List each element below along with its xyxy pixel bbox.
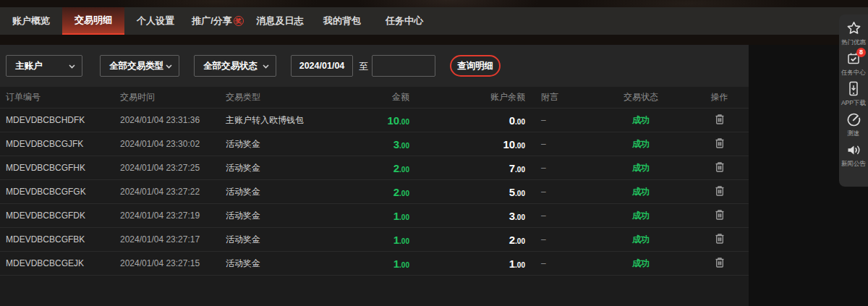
cell-actions (690, 232, 749, 247)
cell-actions (690, 137, 749, 151)
transaction-status-select[interactable]: 全部交易状态 (194, 55, 276, 77)
date-from-input[interactable]: 2024/01/04 (291, 55, 353, 77)
cell-transaction-status: 成功 (592, 258, 690, 270)
cell-transaction-time: 2024/01/04 23:30:02 (120, 139, 226, 149)
column-header: 操作 (690, 91, 749, 103)
balance-value: 10.00 (503, 140, 525, 150)
cell-transaction-time: 2024/01/04 23:27:19 (120, 211, 226, 221)
cell-transaction-type: 活动奖金 (226, 138, 344, 150)
tab-我的背包[interactable]: 我的背包 (311, 7, 373, 35)
chevron-down-icon (263, 64, 269, 69)
amount-value: 2.00 (393, 164, 409, 174)
amount-value: 1.00 (393, 260, 409, 270)
money-integer: 1 (393, 258, 399, 270)
money-integer: 2 (393, 162, 399, 174)
balance-value: 5.00 (509, 188, 525, 198)
money-integer: 3 (509, 210, 515, 222)
tab-推广/分享[interactable]: 推广/分享奖 (187, 7, 249, 35)
status-success-label: 成功 (632, 187, 650, 197)
trash-icon[interactable] (714, 208, 726, 221)
cell-order-number: MDEVDBCBCGFDK (0, 211, 120, 221)
cell-actions (690, 184, 749, 199)
trash-icon[interactable] (714, 137, 726, 149)
cell-transaction-type: 活动奖金 (226, 186, 344, 198)
table-row: MDEVDBCBCGFBK2024/01/04 23:27:17活动奖金1.00… (0, 228, 749, 252)
tab-label: 交易明细 (75, 14, 112, 27)
amount-value: 3.00 (393, 140, 409, 150)
cell-order-number: MDEVDBCBCHDFK (0, 115, 120, 125)
app-download-icon (846, 81, 861, 97)
tab-label: 个人设置 (137, 14, 174, 27)
cell-transaction-time: 2024/01/04 23:31:36 (120, 115, 226, 125)
amount-value: 10.00 (387, 116, 409, 127)
money-decimal: .00 (399, 166, 409, 174)
table-row: MDEVDBCBCGJFK2024/01/04 23:30:02活动奖金3.00… (0, 132, 749, 156)
table-row: MDEVDBCBCHDFK2024/01/04 23:31:36主账户转入欧博钱… (0, 109, 749, 132)
tab-账户概览[interactable]: 账户概览 (0, 7, 62, 35)
money-decimal: .00 (515, 166, 525, 174)
cell-account-balance: 7.00 (422, 162, 531, 174)
money-decimal: .00 (515, 261, 525, 269)
tab-交易明细[interactable]: 交易明细 (62, 7, 124, 35)
tab-任务中心[interactable]: 任务中心 (373, 7, 435, 35)
promo-reward-badge: 奖 (234, 16, 244, 26)
account-select[interactable]: 主账户 (6, 55, 82, 77)
money-integer: 5 (509, 186, 515, 198)
sidebar-item-热门优惠[interactable]: 热门优惠 (839, 20, 868, 47)
table-body: MDEVDBCBCHDFK2024/01/04 23:31:36主账户转入欧博钱… (0, 109, 749, 276)
cell-amount: 3.00 (344, 138, 422, 150)
money-integer: 7 (509, 162, 515, 174)
cell-memo: – (531, 234, 592, 245)
chevron-down-icon (166, 64, 172, 69)
account-select-value: 主账户 (15, 60, 43, 72)
balance-value: 7.00 (509, 164, 525, 174)
cell-account-balance: 0.00 (422, 114, 531, 127)
trash-icon[interactable] (714, 256, 726, 268)
tab-label: 推广/分享 (192, 14, 232, 27)
money-integer: 1 (509, 258, 515, 270)
balance-value: 0.00 (509, 116, 525, 127)
cell-transaction-type: 主账户转入欧博钱包 (226, 114, 344, 127)
tab-个人设置[interactable]: 个人设置 (124, 7, 187, 35)
cell-memo: – (531, 115, 592, 125)
date-range-to-label: 至 (359, 60, 368, 73)
cell-transaction-type: 活动奖金 (226, 258, 344, 270)
sidebar-item-APP下载[interactable]: APP下载 (839, 81, 868, 108)
sidebar-item-任务中心[interactable]: 8任务中心 (839, 51, 868, 77)
table-row: MDEVDBCBCGFHK2024/01/04 23:27:25活动奖金2.00… (0, 156, 749, 180)
balance-value: 1.00 (509, 260, 525, 270)
trash-icon[interactable] (714, 161, 726, 173)
money-decimal: .00 (399, 118, 409, 126)
cell-transaction-status: 成功 (592, 138, 690, 150)
transactions-table: 订单编号交易时间交易类型金额账户余额附言交易状态操作 MDEVDBCBCHDFK… (0, 87, 749, 306)
sidebar-item-测速[interactable]: 测速 (839, 111, 868, 138)
trash-icon[interactable] (714, 232, 726, 245)
tab-消息及日志[interactable]: 消息及日志 (249, 7, 311, 35)
cell-transaction-status: 成功 (592, 186, 690, 198)
sidebar-item-新闻公告[interactable]: 新闻公告 (839, 142, 868, 169)
date-to-input[interactable] (372, 55, 435, 77)
sidebar-item-label: 新闻公告 (841, 159, 866, 168)
quick-links-sidebar: 热门优惠8任务中心APP下载测速新闻公告 (839, 14, 868, 187)
trash-icon[interactable] (714, 184, 726, 197)
column-header: 交易时间 (120, 91, 226, 103)
trash-icon[interactable] (714, 113, 726, 125)
money-integer: 10 (503, 138, 515, 150)
cell-transaction-time: 2024/01/04 23:27:22 (120, 187, 226, 197)
cell-memo: – (531, 187, 592, 197)
cell-memo: – (531, 258, 592, 268)
money-integer: 10 (387, 114, 399, 127)
cell-order-number: MDEVDBCBCGFBK (0, 234, 120, 245)
table-header-row: 订单编号交易时间交易类型金额账户余额附言交易状态操作 (0, 87, 749, 109)
sidebar-item-label: 热门优惠 (841, 38, 866, 46)
date-from-value: 2024/01/04 (299, 61, 345, 71)
balance-value: 3.00 (509, 212, 525, 222)
notification-count-badge: 8 (856, 48, 866, 57)
cell-transaction-status: 成功 (592, 234, 690, 246)
cell-order-number: MDEVDBCBCGEJK (0, 258, 120, 268)
transaction-type-select[interactable]: 全部交易类型 (100, 55, 179, 77)
amount-value: 1.00 (393, 212, 409, 222)
account-transactions-page: 账户概览交易明细个人设置推广/分享奖消息及日志我的背包任务中心 主账户 全部交易… (0, 0, 868, 306)
query-details-button[interactable]: 查询明细 (450, 55, 501, 77)
cell-transaction-status: 成功 (592, 162, 690, 174)
